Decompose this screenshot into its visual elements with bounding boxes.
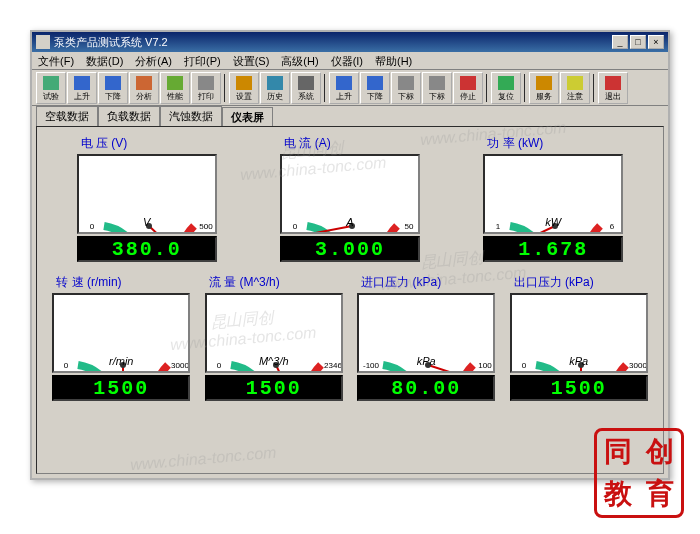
gauge-title: 功 率 (kW) xyxy=(483,135,623,152)
toolbar-icon xyxy=(43,76,59,90)
toolbar-icon xyxy=(167,76,183,90)
gauge-unit: M^3/h xyxy=(259,355,289,367)
toolbar-button[interactable]: 上升 xyxy=(67,72,97,104)
svg-text:3000: 3000 xyxy=(171,361,189,370)
toolbar-button[interactable]: 复位 xyxy=(491,72,521,104)
toolbar-button[interactable]: 下标 xyxy=(422,72,452,104)
gauge-unit: kPa xyxy=(569,355,588,367)
toolbar-button[interactable]: 注意 xyxy=(560,72,590,104)
toolbar-icon xyxy=(105,76,121,90)
toolbar: 试验上升下降分析性能打印设置历史系统上升下降下标下标停止复位服务注意退出 xyxy=(32,70,668,106)
svg-text:3000: 3000 xyxy=(629,361,647,370)
app-window: 泵类产品测试系统 V7.2 _ □ × 文件(F)数据(D)分析(A)打印(P)… xyxy=(30,30,670,480)
gauge-dial: 123456kW xyxy=(483,154,623,234)
svg-text:500: 500 xyxy=(199,222,213,231)
gauge: 功 率 (kW)123456kW1.678 xyxy=(483,135,623,262)
toolbar-label: 上升 xyxy=(74,91,90,102)
toolbar-icon xyxy=(398,76,414,90)
gauge-title: 流 量 (M^3/h) xyxy=(205,274,343,291)
svg-text:-100: -100 xyxy=(363,361,380,370)
app-icon xyxy=(36,35,50,49)
toolbar-button[interactable]: 下标 xyxy=(391,72,421,104)
toolbar-label: 下标 xyxy=(429,91,445,102)
toolbar-icon xyxy=(498,76,514,90)
gauge-lcd: 80.00 xyxy=(357,375,495,401)
menu-item[interactable]: 帮助(H) xyxy=(369,52,418,69)
gauge: 电 流 (A)01020304050A3.000 xyxy=(280,135,420,262)
dashboard-panel: 电 压 (V)0100200300400500V380.0电 流 (A)0102… xyxy=(36,126,664,474)
maximize-button[interactable]: □ xyxy=(630,35,646,49)
toolbar-separator xyxy=(224,74,227,102)
gauge-dial: 0100200300400500V xyxy=(77,154,217,234)
seal-stamp: 同 创 教 育 xyxy=(594,428,684,518)
toolbar-icon xyxy=(267,76,283,90)
toolbar-label: 停止 xyxy=(460,91,476,102)
toolbar-label: 试验 xyxy=(43,91,59,102)
tab[interactable]: 空载数据 xyxy=(36,106,98,126)
svg-text:0: 0 xyxy=(217,361,222,370)
svg-text:0: 0 xyxy=(293,222,298,231)
gauge-unit: r/min xyxy=(109,355,133,367)
gauge: 进口压力 (kPa)-1000100kPa80.00 xyxy=(357,274,495,401)
toolbar-separator xyxy=(593,74,596,102)
toolbar-label: 性能 xyxy=(167,91,183,102)
gauge: 流 量 (M^3/h)0469938140718762346M^3/h1500 xyxy=(205,274,343,401)
close-button[interactable]: × xyxy=(648,35,664,49)
gauge-title: 转 速 (r/min) xyxy=(52,274,190,291)
toolbar-button[interactable]: 打印 xyxy=(191,72,221,104)
toolbar-button[interactable]: 分析 xyxy=(129,72,159,104)
toolbar-label: 打印 xyxy=(198,91,214,102)
toolbar-label: 分析 xyxy=(136,91,152,102)
toolbar-button[interactable]: 停止 xyxy=(453,72,483,104)
gauge-lcd: 3.000 xyxy=(280,236,420,262)
toolbar-button[interactable]: 试验 xyxy=(36,72,66,104)
toolbar-button[interactable]: 性能 xyxy=(160,72,190,104)
toolbar-button[interactable]: 服务 xyxy=(529,72,559,104)
menu-item[interactable]: 打印(P) xyxy=(178,52,227,69)
tab[interactable]: 负载数据 xyxy=(98,106,160,126)
toolbar-icon xyxy=(567,76,583,90)
toolbar-icon xyxy=(336,76,352,90)
gauge-lcd: 1500 xyxy=(52,375,190,401)
menu-item[interactable]: 高级(H) xyxy=(275,52,324,69)
gauge-unit: A xyxy=(346,216,353,228)
toolbar-icon xyxy=(460,76,476,90)
svg-text:0: 0 xyxy=(64,361,69,370)
toolbar-icon xyxy=(536,76,552,90)
gauge-value: 1500 xyxy=(246,377,302,400)
gauge-dial: 01020304050A xyxy=(280,154,420,234)
minimize-button[interactable]: _ xyxy=(612,35,628,49)
gauge: 转 速 (r/min)0750150022503000r/min1500 xyxy=(52,274,190,401)
gauge: 出口压力 (kPa)06001200180024003000kPa1500 xyxy=(510,274,648,401)
window-title: 泵类产品测试系统 V7.2 xyxy=(54,35,612,50)
toolbar-button[interactable]: 退出 xyxy=(598,72,628,104)
toolbar-button[interactable]: 下降 xyxy=(98,72,128,104)
gauge-unit: kW xyxy=(545,216,561,228)
toolbar-button[interactable]: 下降 xyxy=(360,72,390,104)
menu-item[interactable]: 分析(A) xyxy=(129,52,178,69)
menu-item[interactable]: 数据(D) xyxy=(80,52,129,69)
gauge-row-top: 电 压 (V)0100200300400500V380.0电 流 (A)0102… xyxy=(45,135,655,262)
toolbar-label: 下标 xyxy=(398,91,414,102)
toolbar-label: 系统 xyxy=(298,91,314,102)
menu-item[interactable]: 文件(F) xyxy=(32,52,80,69)
tab[interactable]: 汽蚀数据 xyxy=(160,106,222,126)
toolbar-button[interactable]: 上升 xyxy=(329,72,359,104)
gauge-title: 电 压 (V) xyxy=(77,135,217,152)
toolbar-separator xyxy=(524,74,527,102)
toolbar-icon xyxy=(136,76,152,90)
toolbar-button[interactable]: 历史 xyxy=(260,72,290,104)
toolbar-button[interactable]: 设置 xyxy=(229,72,259,104)
gauge-lcd: 1500 xyxy=(510,375,648,401)
tab[interactable]: 仪表屏 xyxy=(222,107,273,127)
tab-bar: 空载数据负载数据汽蚀数据仪表屏 xyxy=(32,106,668,126)
menu-item[interactable]: 设置(S) xyxy=(227,52,276,69)
toolbar-label: 上升 xyxy=(336,91,352,102)
toolbar-label: 历史 xyxy=(267,91,283,102)
toolbar-button[interactable]: 系统 xyxy=(291,72,321,104)
gauge-title: 出口压力 (kPa) xyxy=(510,274,648,291)
toolbar-icon xyxy=(74,76,90,90)
menu-item[interactable]: 仪器(I) xyxy=(325,52,369,69)
svg-text:50: 50 xyxy=(405,222,414,231)
gauge-dial: -1000100kPa xyxy=(357,293,495,373)
